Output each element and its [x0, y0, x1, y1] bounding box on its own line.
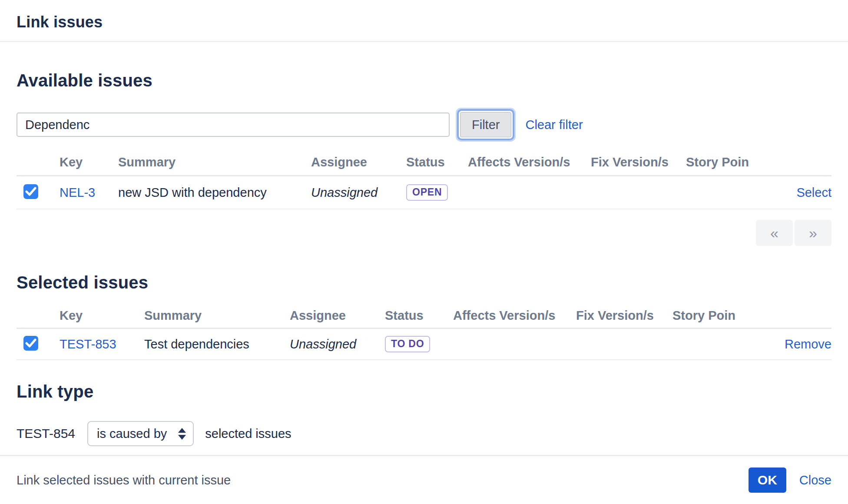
- next-page-button[interactable]: »: [795, 220, 831, 246]
- column-header-fix-version: Fix Version/s: [591, 155, 686, 169]
- table-row: NEL-3 new JSD with dependency Unassigned…: [17, 176, 831, 209]
- pagination: « »: [17, 220, 831, 246]
- filter-button[interactable]: Filter: [460, 112, 511, 137]
- column-header-summary: Summary: [144, 308, 290, 323]
- prev-page-button[interactable]: «: [756, 220, 793, 246]
- column-header-status: Status: [406, 155, 468, 169]
- selected-issues-table: Key Summary Assignee Status Affects Vers…: [17, 304, 831, 360]
- column-header-story-points: Story Points: [686, 155, 749, 169]
- link-type-heading: Link type: [17, 382, 831, 401]
- close-link[interactable]: Close: [799, 473, 831, 487]
- dialog-body: Available issues Filter Clear filter Key…: [0, 71, 848, 447]
- check-icon: [25, 338, 36, 348]
- row-checkbox[interactable]: [23, 336, 38, 351]
- column-header-summary: Summary: [118, 155, 311, 169]
- select-arrows-icon: [178, 428, 186, 440]
- link-type-select[interactable]: is caused by: [87, 421, 194, 446]
- status-badge: TO DO: [385, 336, 430, 352]
- table-row: TEST-853 Test dependencies Unassigned TO…: [17, 329, 831, 360]
- link-type-row: TEST-854 is caused by selected issues: [17, 421, 831, 447]
- available-issues-table: Key Summary Assignee Status Affects Vers…: [17, 149, 831, 209]
- current-issue-key: TEST-854: [17, 426, 75, 441]
- dialog-footer: Link selected issues with current issue …: [0, 455, 848, 504]
- checkbox-cell: [17, 184, 60, 201]
- page-title: Link issues: [17, 13, 831, 31]
- selected-table-header: Key Summary Assignee Status Affects Vers…: [17, 304, 831, 329]
- available-issues-heading: Available issues: [17, 71, 831, 90]
- select-issue-link[interactable]: Select: [796, 186, 831, 199]
- column-header-assignee: Assignee: [290, 308, 385, 323]
- filter-row: Filter Clear filter: [17, 111, 831, 138]
- column-header-story-points: Story Points: [672, 308, 735, 323]
- dialog-header: Link issues: [0, 0, 848, 42]
- link-type-selected-option: is caused by: [97, 427, 167, 441]
- row-checkbox[interactable]: [23, 184, 38, 199]
- ok-button[interactable]: OK: [749, 468, 786, 493]
- check-icon: [25, 186, 36, 197]
- double-chevron-left-icon: «: [770, 225, 778, 242]
- issue-assignee: Unassigned: [311, 186, 378, 199]
- column-header-assignee: Assignee: [311, 155, 406, 169]
- column-header-affects-version: Affects Version/s: [468, 155, 591, 169]
- footer-message: Link selected issues with current issue: [17, 473, 231, 487]
- issue-summary: new JSD with dependency: [118, 186, 267, 199]
- link-issues-dialog: Link issues Available issues Filter Clea…: [0, 0, 848, 504]
- status-badge: OPEN: [406, 184, 448, 201]
- double-chevron-right-icon: »: [809, 225, 817, 242]
- column-header-affects-version: Affects Version/s: [453, 308, 576, 323]
- column-header-fix-version: Fix Version/s: [576, 308, 672, 323]
- filter-input[interactable]: [17, 113, 450, 137]
- column-header-key: Key: [60, 308, 144, 323]
- selected-issues-heading: Selected issues: [17, 273, 831, 292]
- issue-summary: Test dependencies: [144, 337, 249, 351]
- column-header-status: Status: [385, 308, 453, 323]
- available-table-header: Key Summary Assignee Status Affects Vers…: [17, 149, 831, 176]
- issue-key-link[interactable]: NEL-3: [60, 186, 95, 199]
- clear-filter-link[interactable]: Clear filter: [525, 118, 583, 132]
- footer-actions: OK Close: [749, 468, 831, 493]
- checkbox-cell: [17, 336, 60, 352]
- link-type-suffix-label: selected issues: [205, 427, 291, 441]
- issue-assignee: Unassigned: [290, 337, 356, 351]
- issue-key-link[interactable]: TEST-853: [60, 337, 116, 351]
- column-header-key: Key: [60, 155, 118, 169]
- remove-issue-link[interactable]: Remove: [785, 337, 831, 351]
